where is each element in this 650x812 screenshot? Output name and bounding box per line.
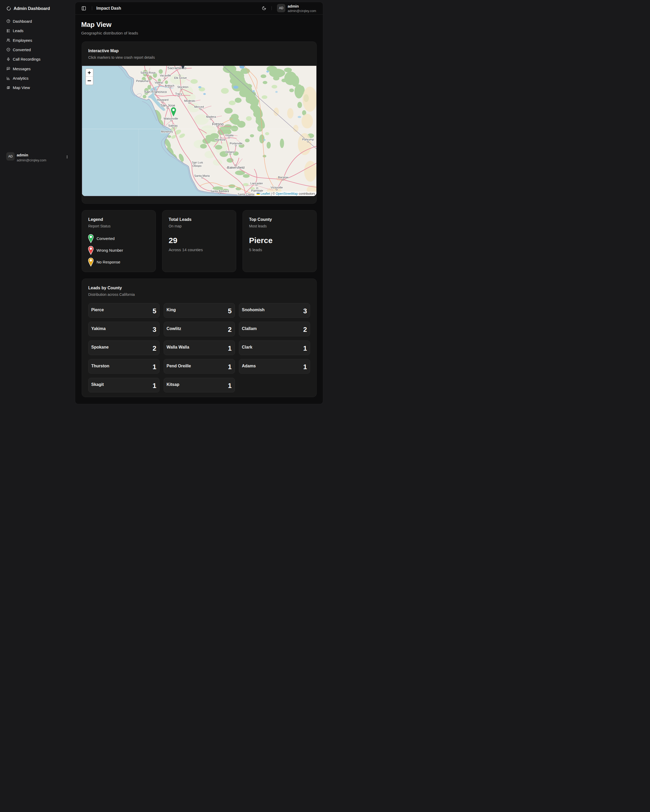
svg-text:Tracy: Tracy: [175, 92, 183, 95]
svg-text:Monterey: Monterey: [161, 130, 173, 133]
svg-text:Elk Grove: Elk Grove: [174, 76, 187, 79]
svg-text:Santa Clarita: Santa Clarita: [238, 192, 255, 195]
svg-text:Petaluma: Petaluma: [136, 79, 148, 82]
svg-text:Pahrump: Pahrump: [302, 137, 314, 141]
svg-text:Obispo: Obispo: [192, 164, 201, 167]
svg-text:San Luis: San Luis: [192, 160, 203, 164]
svg-text:Vacaville: Vacaville: [160, 73, 171, 77]
svg-text:Modesto: Modesto: [184, 99, 195, 102]
svg-text:Watsonville: Watsonville: [164, 117, 178, 120]
svg-text:San Francisco: San Francisco: [144, 90, 167, 93]
svg-text:Stockton: Stockton: [177, 85, 188, 88]
svg-text:Santa Rosa: Santa Rosa: [140, 71, 156, 74]
svg-text:Fresno: Fresno: [212, 122, 224, 126]
svg-text:Santa Maria: Santa Maria: [194, 174, 210, 177]
svg-text:Lancaster: Lancaster: [250, 182, 263, 185]
svg-text:San Jose: San Jose: [160, 103, 175, 107]
svg-text:Victorville: Victorville: [271, 186, 283, 189]
svg-text:Antioch: Antioch: [165, 84, 174, 87]
svg-text:Salinas: Salinas: [168, 124, 178, 127]
svg-text:Delano: Delano: [226, 150, 235, 153]
svg-text:Madera: Madera: [206, 115, 216, 118]
svg-text:Vallejo: Vallejo: [155, 81, 163, 84]
svg-text:Bakersfield: Bakersfield: [227, 165, 245, 169]
svg-text:Hayward: Hayward: [157, 98, 168, 101]
svg-text:Hanford: Hanford: [215, 138, 225, 141]
svg-text:Visalia: Visalia: [225, 133, 233, 137]
svg-text:Santa Barbara: Santa Barbara: [211, 189, 229, 192]
svg-text:Barstow: Barstow: [278, 176, 288, 179]
svg-text:Merced: Merced: [194, 105, 204, 108]
svg-text:Porterville: Porterville: [230, 142, 243, 145]
